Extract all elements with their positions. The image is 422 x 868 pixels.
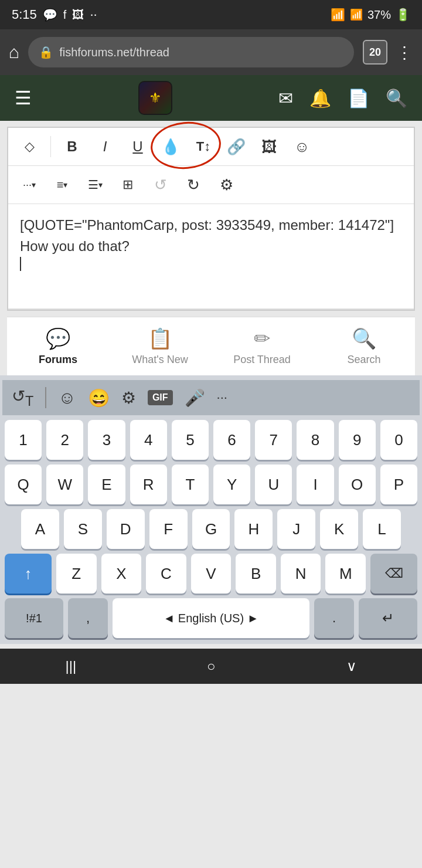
back-button[interactable]: |||	[53, 652, 88, 680]
key-f[interactable]: F	[149, 509, 188, 549]
kb-sticker-icon[interactable]: 😄	[88, 388, 110, 408]
key-z[interactable]: Z	[56, 554, 97, 594]
key-0[interactable]: 0	[380, 420, 417, 460]
nav-item-post-thread[interactable]: ✏ Post Thread	[233, 327, 291, 366]
shift-key[interactable]: ↑	[5, 554, 52, 594]
key-g[interactable]: G	[192, 509, 230, 549]
status-left: 5:15 💬 f 🖼 ··	[12, 7, 97, 22]
comma-key[interactable]: ,	[68, 598, 108, 638]
whats-new-label: What's New	[132, 354, 188, 366]
italic-icon: I	[103, 138, 107, 155]
key-1[interactable]: 1	[5, 420, 42, 460]
key-3[interactable]: 3	[88, 420, 125, 460]
symbols-key[interactable]: !#1	[5, 598, 63, 638]
key-8[interactable]: 8	[297, 420, 333, 460]
browser-bar: ⌂ 🔒 fishforums.net/thread 20 ⋮	[0, 29, 422, 75]
post-thread-icon: ✏	[254, 327, 270, 350]
key-j[interactable]: J	[277, 509, 315, 549]
undo-button[interactable]: ↺	[147, 171, 175, 199]
list-button[interactable]: ☰ ▾	[81, 171, 109, 199]
key-s[interactable]: S	[64, 509, 102, 549]
emoji-icon: ☺	[294, 138, 310, 156]
kb-settings-icon[interactable]: ⚙	[121, 388, 136, 408]
key-5[interactable]: 5	[172, 420, 209, 460]
key-r[interactable]: R	[130, 464, 167, 504]
wifi-icon: 📶	[331, 8, 345, 22]
space-key[interactable]: ◄ English (US) ►	[113, 598, 309, 638]
key-d[interactable]: D	[107, 509, 145, 549]
key-u[interactable]: U	[255, 464, 292, 504]
redo-button[interactable]: ↻	[179, 171, 207, 199]
link-button[interactable]: 🔗	[222, 133, 250, 161]
notification-bell-icon[interactable]: 🔔	[309, 88, 331, 108]
editor-content-area[interactable]: [QUOTE="PhantomCarp, post: 3933549, memb…	[8, 204, 414, 310]
key-t[interactable]: T	[172, 464, 209, 504]
nav-item-search[interactable]: 🔍 Search	[335, 327, 393, 366]
key-2[interactable]: 2	[46, 420, 83, 460]
key-n[interactable]: N	[281, 554, 321, 594]
period-key[interactable]: .	[314, 598, 354, 638]
article-icon[interactable]: 📄	[348, 88, 369, 108]
browser-menu-icon[interactable]: ⋮	[396, 43, 413, 62]
key-y[interactable]: Y	[213, 464, 250, 504]
kb-emoji-icon[interactable]: ☺	[58, 388, 76, 408]
separator-1	[50, 136, 51, 157]
site-logo[interactable]: ⚜	[138, 81, 172, 115]
key-7[interactable]: 7	[255, 420, 292, 460]
image-button[interactable]: 🖼	[255, 133, 283, 161]
browser-tabs-button[interactable]: 20	[363, 40, 387, 65]
bold-icon: B	[67, 138, 77, 155]
eraser-button[interactable]: ◇	[15, 133, 43, 161]
align-button[interactable]: ≡ ▾	[48, 171, 76, 199]
status-right: 📶 📶 37% 🔋	[331, 8, 410, 22]
color-picker-button[interactable]: 💧	[156, 133, 185, 161]
key-p[interactable]: P	[380, 464, 417, 504]
table-button[interactable]: ⊞	[114, 171, 142, 199]
home-button[interactable]: ○	[195, 652, 227, 680]
italic-button[interactable]: I	[91, 133, 119, 161]
key-q[interactable]: Q	[5, 464, 42, 504]
kb-text-replace-icon[interactable]: ↺T	[12, 386, 33, 409]
kb-gif-button[interactable]: GIF	[148, 390, 173, 405]
key-9[interactable]: 9	[339, 420, 376, 460]
font-size-button[interactable]: T↕	[189, 133, 217, 161]
key-c[interactable]: C	[146, 554, 186, 594]
kb-more-icon[interactable]: ···	[217, 390, 227, 405]
more-dropdown-icon: ▾	[32, 180, 36, 189]
key-k[interactable]: K	[320, 509, 358, 549]
recents-button[interactable]: ∨	[335, 652, 369, 680]
bold-button[interactable]: B	[58, 133, 86, 161]
underline-button[interactable]: U	[124, 133, 152, 161]
key-i[interactable]: I	[297, 464, 333, 504]
kb-mic-icon[interactable]: 🎤	[185, 388, 205, 408]
nav-item-forums[interactable]: 💬 Forums	[29, 327, 87, 366]
whats-new-icon: 📋	[148, 327, 172, 350]
font-size-icon: T↕	[196, 139, 210, 154]
key-o[interactable]: O	[339, 464, 376, 504]
key-b[interactable]: B	[236, 554, 276, 594]
key-l[interactable]: L	[363, 509, 401, 549]
mail-icon[interactable]: ✉	[278, 88, 293, 108]
key-v[interactable]: V	[191, 554, 232, 594]
nav-item-whats-new[interactable]: 📋 What's New	[131, 327, 189, 366]
search-icon[interactable]: 🔍	[386, 88, 407, 108]
signal-icon: 📶	[350, 8, 363, 21]
key-h[interactable]: H	[234, 509, 273, 549]
image-icon: 🖼	[261, 138, 277, 156]
more-button[interactable]: ··· ▾	[15, 171, 43, 199]
browser-url-bar[interactable]: 🔒 fishforums.net/thread	[28, 37, 354, 67]
hamburger-menu[interactable]: ☰	[15, 87, 32, 109]
browser-home-icon[interactable]: ⌂	[9, 42, 19, 62]
key-x[interactable]: X	[101, 554, 142, 594]
key-6[interactable]: 6	[213, 420, 250, 460]
emoji-button[interactable]: ☺	[288, 133, 316, 161]
qwerty-key-row: Q W E R T Y U I O P	[2, 464, 420, 504]
enter-key[interactable]: ↵	[359, 598, 417, 638]
backspace-key[interactable]: ⌫	[370, 554, 417, 594]
key-w[interactable]: W	[46, 464, 83, 504]
key-m[interactable]: M	[325, 554, 366, 594]
key-a[interactable]: A	[21, 509, 59, 549]
key-e[interactable]: E	[88, 464, 125, 504]
editor-settings-button[interactable]: ⚙	[212, 171, 240, 199]
key-4[interactable]: 4	[130, 420, 167, 460]
